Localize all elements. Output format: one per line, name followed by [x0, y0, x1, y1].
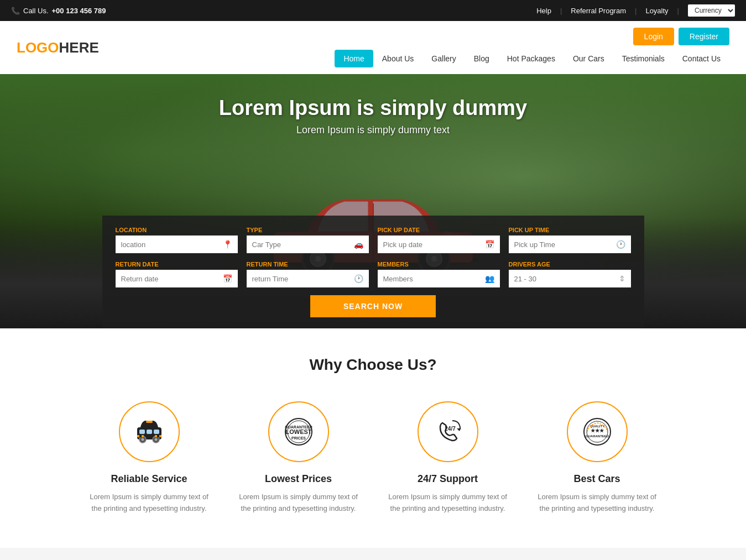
return-time-input-wrapper[interactable]: 🕐 [247, 270, 369, 287]
support-icon: 24/7 [431, 415, 465, 448]
location-group: LOCATION 📍 [116, 227, 238, 253]
bestcars-icon-circle: QUALITY ★★★ GUARANTEED [567, 401, 628, 462]
return-time-label: RETURN TIME [247, 261, 369, 268]
search-button[interactable]: SEARCH NOW [310, 295, 436, 317]
svg-rect-22 [142, 435, 144, 437]
nav-contact[interactable]: Contact Us [674, 50, 729, 67]
clock-icon: 🕐 [616, 240, 625, 249]
pickup-date-input[interactable] [383, 240, 485, 249]
svg-rect-25 [159, 435, 161, 437]
hero-heading: Lorem Ipsum is simply dummy [0, 96, 746, 120]
svg-rect-21 [139, 435, 142, 437]
header-right: Login Register Home About Us Gallery Blo… [335, 28, 729, 67]
feature-reliable: Reliable Service Lorem Ipsum is simply d… [86, 401, 213, 515]
location-input[interactable] [121, 240, 223, 249]
return-date-label: RETURN DATE [116, 261, 238, 268]
support-desc: Lorem Ipsum is simply dummy text of the … [384, 491, 512, 515]
register-button[interactable]: Register [679, 28, 729, 45]
return-clock-icon: 🕐 [354, 274, 363, 283]
phone-number: +00 123 456 789 [52, 7, 106, 15]
logo: LOGOHERE [17, 39, 99, 56]
members-label: MEMBERS [378, 261, 500, 268]
svg-rect-24 [157, 435, 159, 437]
feature-bestcars: QUALITY ★★★ GUARANTEED Best Cars Lorem I… [534, 401, 661, 515]
lowest-price-icon: GUARANTEED LOWEST PRICES [282, 415, 315, 448]
bestcars-desc: Lorem Ipsum is simply dummy text of the … [534, 491, 661, 515]
main-nav: Home About Us Gallery Blog Hot Packages … [335, 50, 729, 67]
help-link[interactable]: Help [536, 7, 551, 15]
pickup-time-group: PICK UP TIME 🕐 [509, 227, 631, 253]
call-label: Call Us. [23, 7, 49, 15]
return-time-group: RETURN TIME 🕐 [247, 261, 369, 287]
svg-text:24/7: 24/7 [445, 426, 456, 432]
nav-testimonials[interactable]: Testimonials [613, 50, 674, 67]
drivers-age-input[interactable] [514, 275, 619, 283]
top-bar-left: 📞 Call Us. +00 123 456 789 [11, 7, 106, 15]
hero-text: Lorem Ipsum is simply dummy Lorem Ipsum … [0, 96, 746, 136]
spinner-icon: ⇕ [619, 274, 625, 283]
form-row-2: RETURN DATE 📅 RETURN TIME 🕐 MEMBERS 👥 [116, 261, 631, 287]
svg-rect-19 [146, 421, 153, 423]
return-time-input[interactable] [252, 275, 354, 283]
phone-icon: 📞 [11, 7, 20, 15]
bestcars-title: Best Cars [534, 473, 661, 485]
currency-select[interactable]: Currency [688, 4, 735, 17]
form-row-1: LOCATION 📍 TYPE 🚗 PICK UP DATE 📅 [116, 227, 631, 253]
why-section: Why Choose Us? [0, 328, 746, 548]
pickup-date-group: PICK UP DATE 📅 [378, 227, 500, 253]
loyalty-link[interactable]: Loyalty [645, 7, 668, 15]
nav-home[interactable]: Home [335, 50, 373, 67]
pickup-time-input[interactable] [514, 240, 616, 249]
type-label: TYPE [247, 227, 369, 233]
members-input[interactable] [383, 275, 485, 283]
hero-section: Lorem Ipsum is simply dummy Lorem Ipsum … [0, 74, 746, 328]
nav-blog[interactable]: Blog [465, 50, 498, 67]
return-date-input[interactable] [121, 275, 223, 283]
referral-link[interactable]: Referral Program [571, 7, 626, 15]
logo-orange: LOGO [17, 39, 59, 56]
nav-hot-packages[interactable]: Hot Packages [498, 50, 564, 67]
type-group: TYPE 🚗 [247, 227, 369, 253]
drivers-age-input-wrapper[interactable]: ⇕ [509, 270, 631, 287]
hero-subheading: Lorem Ipsum is simply dummy text [0, 124, 746, 136]
return-date-group: RETURN DATE 📅 [116, 261, 238, 287]
pickup-date-label: PICK UP DATE [378, 227, 500, 233]
pickup-date-input-wrapper[interactable]: 📅 [378, 235, 500, 253]
nav-gallery[interactable]: Gallery [422, 50, 465, 67]
location-input-wrapper[interactable]: 📍 [116, 235, 238, 253]
drivers-age-label: DRIVERS AGE [509, 261, 631, 268]
reliable-icon-circle [119, 401, 180, 462]
quality-icon: QUALITY ★★★ GUARANTEED [581, 415, 614, 448]
people-icon: 👥 [485, 274, 494, 283]
lowest-title: Lowest Prices [235, 473, 362, 485]
login-button[interactable]: Login [633, 28, 674, 45]
svg-point-16 [141, 438, 144, 441]
search-btn-row: SEARCH NOW [116, 295, 631, 317]
nav-about[interactable]: About Us [373, 50, 423, 67]
feature-support: 24/7 24/7 Support Lorem Ipsum is simply … [384, 401, 512, 515]
calendar-icon: 📅 [485, 240, 494, 249]
return-calendar-icon: 📅 [223, 274, 232, 283]
members-input-wrapper[interactable]: 👥 [378, 270, 500, 287]
svg-rect-13 [147, 430, 152, 434]
nav-our-cars[interactable]: Our Cars [564, 50, 613, 67]
svg-marker-32 [457, 428, 461, 431]
pickup-time-label: PICK UP TIME [509, 227, 631, 233]
car-type-input[interactable] [252, 240, 354, 249]
why-title: Why Choose Us? [11, 356, 735, 374]
lowest-desc: Lorem Ipsum is simply dummy text of the … [235, 491, 362, 515]
feature-lowest: GUARANTEED LOWEST PRICES Lowest Prices L… [235, 401, 362, 515]
top-bar-right: Help | Referral Program | Loyalty | Curr… [536, 4, 735, 17]
features-row: Reliable Service Lorem Ipsum is simply d… [69, 401, 677, 515]
search-form: LOCATION 📍 TYPE 🚗 PICK UP DATE 📅 [102, 216, 644, 328]
reliable-title: Reliable Service [86, 473, 213, 485]
divider1: | [560, 7, 562, 15]
return-date-input-wrapper[interactable]: 📅 [116, 270, 238, 287]
logo-dark: HERE [59, 39, 99, 56]
svg-rect-12 [139, 430, 145, 434]
taxi-icon [133, 415, 166, 448]
location-icon: 📍 [223, 240, 232, 249]
pickup-time-input-wrapper[interactable]: 🕐 [509, 235, 631, 253]
car-type-input-wrapper[interactable]: 🚗 [247, 235, 369, 253]
svg-rect-23 [155, 435, 157, 437]
